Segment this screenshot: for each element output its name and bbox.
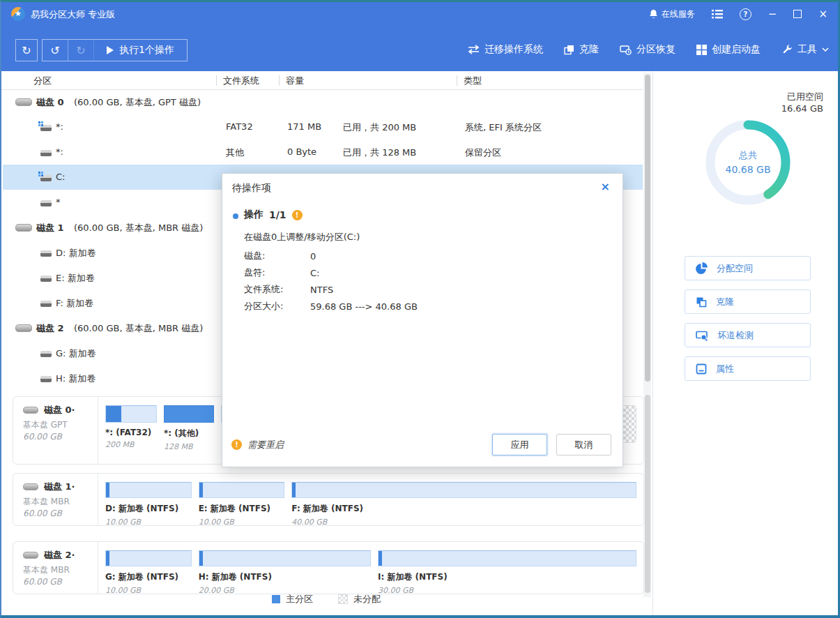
table-row[interactable]: *: 其他 0 Byte 已用，共 128 MB 保留分区 <box>3 140 643 165</box>
donut-center-labels: 总共 40.68 GB <box>696 149 800 175</box>
action-allocate-space[interactable]: 分配空间 <box>685 256 811 280</box>
nav-label: 迁移操作系统 <box>484 43 543 56</box>
nav-migrate-os[interactable]: 迁移操作系统 <box>468 43 543 56</box>
action-label: 分配空间 <box>717 262 753 275</box>
partition-block[interactable]: E: 新加卷 (NTFS) 10.00 GB <box>199 482 285 520</box>
fs-value: 其他 <box>226 146 244 159</box>
capacity-value: 已用，共 200 MB <box>343 121 416 134</box>
bell-icon <box>649 9 658 19</box>
used-value: 171 MB <box>287 121 321 132</box>
partition-block[interactable]: F: 新加卷 (NTFS) 40.00 GB <box>291 482 636 520</box>
disk-info: 磁盘 2· 基本盘 MBR 60.00 GB <box>13 542 98 594</box>
used-space-label: 已用空间 <box>781 91 823 103</box>
operation-fields: 磁盘:0 盘符:C: 文件系统:NTFS 分区大小:59.68 GB ---> … <box>244 248 418 315</box>
dialog-title: 待操作项 <box>232 182 271 195</box>
dialog-close-icon[interactable]: × <box>601 180 610 193</box>
restart-note: ! 需要重启 <box>231 439 284 451</box>
disk-detail: (60.00 GB, 基本盘, GPT 磁盘) <box>74 96 201 109</box>
disk-name: 磁盘 2 <box>36 322 64 335</box>
disk-map-name: 磁盘 1· <box>44 481 75 493</box>
used-value: 0 Byte <box>287 146 316 157</box>
disk-map-sub: 基本盘 MBR <box>23 496 98 508</box>
online-service-label: 在线服务 <box>662 8 695 20</box>
bullet-icon <box>233 213 238 219</box>
action-clone[interactable]: 克隆 <box>685 289 811 314</box>
nav-create-boot-disk[interactable]: 创建启动盘 <box>696 43 761 56</box>
partition-icon <box>40 376 52 382</box>
refresh-button[interactable]: ↻ <box>15 39 38 61</box>
disk-icon <box>23 552 38 559</box>
disk-info: 磁盘 0· 基本盘 GPT 60.00 GB <box>13 397 98 464</box>
partition-block[interactable]: *: (FAT32) 200 MB <box>105 405 157 458</box>
action-bad-sector-test[interactable]: 坏道检测 <box>685 323 811 347</box>
action-label: 属性 <box>716 363 734 375</box>
nav-partition-recovery[interactable]: 分区恢复 <box>620 43 675 56</box>
cancel-button[interactable]: 取消 <box>556 434 611 455</box>
partition-block[interactable]: D: 新加卷 (NTFS) 10.00 GB <box>105 482 192 520</box>
field-label: 盘符: <box>244 266 310 279</box>
partition-icon <box>40 351 52 357</box>
disk-icon <box>15 98 32 106</box>
disk-check-icon <box>696 330 708 341</box>
primary-partition-swatch <box>272 595 280 603</box>
minimize-button[interactable]: − <box>768 9 777 20</box>
action-properties[interactable]: 属性 <box>685 356 811 381</box>
total-label: 总共 <box>696 149 800 162</box>
disk-info: 磁盘 1· 基本盘 MBR 60.00 GB <box>13 474 98 525</box>
properties-icon <box>696 363 707 375</box>
disk-map-sub: 基本盘 MBR <box>23 564 98 576</box>
partition-label: C: <box>56 172 65 182</box>
action-label: 克隆 <box>716 296 734 308</box>
partition-block[interactable]: G: 新加卷 (NTFS) 10.00 GB <box>105 550 192 588</box>
online-service-button[interactable]: 在线服务 <box>649 8 695 20</box>
partition-icon <box>40 250 52 257</box>
operation-count: 1/1 <box>269 209 287 220</box>
nav-clone[interactable]: 克隆 <box>564 43 599 56</box>
partition-label: D: 新加卷 <box>56 247 96 259</box>
play-icon <box>107 46 114 54</box>
undo-button[interactable]: ↺ <box>43 40 68 61</box>
partition-recovery-icon <box>620 45 632 55</box>
help-icon[interactable]: ? <box>740 8 751 20</box>
table-row[interactable]: 磁盘 0 (60.00 GB, 基本盘, GPT 磁盘) <box>3 89 643 114</box>
toolbar: ↻ ↺ ↻ 执行1个操作 迁移操作系统 克隆 分区恢复 创建启动盘 工具 <box>0 28 840 71</box>
col-type: 类型 <box>464 75 482 87</box>
maximize-button[interactable] <box>793 10 802 18</box>
chevron-down-icon <box>822 47 829 52</box>
restart-note-label: 需要重启 <box>247 439 284 451</box>
partition-icon <box>40 301 52 307</box>
legend-primary-label: 主分区 <box>286 593 313 605</box>
partition-icon <box>40 200 52 206</box>
legend: 主分区 未分配 <box>0 593 652 605</box>
operations-list-icon[interactable] <box>712 10 723 19</box>
partition-icon <box>40 150 52 156</box>
efi-partition-icon <box>40 125 52 131</box>
disk-name: 磁盘 0 <box>36 96 64 109</box>
scrollbar-thumb-lower[interactable] <box>645 395 650 593</box>
clone-icon <box>564 45 574 55</box>
app-logo-icon: ★ <box>11 7 25 21</box>
redo-button[interactable]: ↻ <box>68 40 94 61</box>
partition-label: *: <box>56 146 63 157</box>
partition-block[interactable]: *: (其他) 128 MB <box>164 405 214 458</box>
partition-label: F: 新加卷 <box>56 297 93 310</box>
partition-block[interactable]: H: 新加卷 (NTFS) 20.00 GB <box>199 550 371 588</box>
field-value: 59.68 GB ---> 40.68 GB <box>310 301 418 312</box>
nav-tools[interactable]: 工具 <box>781 43 829 56</box>
apply-button[interactable]: 应用 <box>492 434 547 455</box>
execute-operations-label: 执行1个操作 <box>119 44 174 56</box>
partition-label: H: 新加卷 <box>56 372 96 385</box>
disk-name: 磁盘 1 <box>36 222 64 234</box>
partition-table-header: 分区 文件系统 容量 类型 <box>0 73 643 90</box>
table-row[interactable]: *: FAT32 171 MB 已用，共 200 MB 系统, EFI 系统分区 <box>3 114 643 140</box>
disk-icon <box>15 324 32 332</box>
scrollbar-thumb[interactable] <box>645 75 650 382</box>
partition-label: G: 新加卷 <box>56 347 96 360</box>
field-label: 文件系统: <box>244 283 310 296</box>
capacity-value: 已用，共 128 MB <box>343 146 416 159</box>
action-label: 坏道检测 <box>717 329 754 342</box>
close-button[interactable]: × <box>818 9 827 20</box>
total-value: 40.68 GB <box>696 164 800 175</box>
execute-operations-button[interactable]: 执行1个操作 <box>94 40 187 61</box>
partition-block[interactable]: I: 新加卷 (NTFS) 30.00 GB <box>378 550 636 588</box>
